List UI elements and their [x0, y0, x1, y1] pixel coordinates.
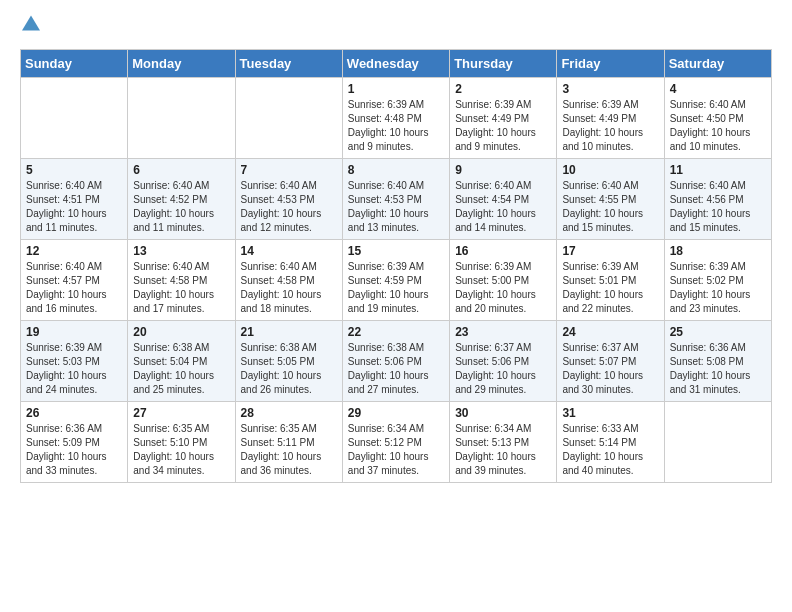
- cell-info: Sunrise: 6:39 AM Sunset: 4:48 PM Dayligh…: [348, 98, 444, 154]
- cell-info: Sunrise: 6:33 AM Sunset: 5:14 PM Dayligh…: [562, 422, 658, 478]
- cell-info: Sunrise: 6:40 AM Sunset: 4:57 PM Dayligh…: [26, 260, 122, 316]
- weekday-header-friday: Friday: [557, 50, 664, 78]
- calendar-cell: 30Sunrise: 6:34 AM Sunset: 5:13 PM Dayli…: [450, 402, 557, 483]
- cell-info: Sunrise: 6:40 AM Sunset: 4:51 PM Dayligh…: [26, 179, 122, 235]
- day-number: 7: [241, 163, 337, 177]
- calendar-cell: 11Sunrise: 6:40 AM Sunset: 4:56 PM Dayli…: [664, 159, 771, 240]
- day-number: 14: [241, 244, 337, 258]
- calendar-cell: 7Sunrise: 6:40 AM Sunset: 4:53 PM Daylig…: [235, 159, 342, 240]
- day-number: 18: [670, 244, 766, 258]
- cell-info: Sunrise: 6:40 AM Sunset: 4:58 PM Dayligh…: [133, 260, 229, 316]
- calendar-cell: 21Sunrise: 6:38 AM Sunset: 5:05 PM Dayli…: [235, 321, 342, 402]
- calendar-cell: 1Sunrise: 6:39 AM Sunset: 4:48 PM Daylig…: [342, 78, 449, 159]
- day-number: 11: [670, 163, 766, 177]
- logo: [20, 15, 40, 39]
- day-number: 27: [133, 406, 229, 420]
- calendar-cell: 2Sunrise: 6:39 AM Sunset: 4:49 PM Daylig…: [450, 78, 557, 159]
- day-number: 19: [26, 325, 122, 339]
- calendar-cell: 27Sunrise: 6:35 AM Sunset: 5:10 PM Dayli…: [128, 402, 235, 483]
- day-number: 9: [455, 163, 551, 177]
- calendar-cell: 9Sunrise: 6:40 AM Sunset: 4:54 PM Daylig…: [450, 159, 557, 240]
- calendar-cell: 18Sunrise: 6:39 AM Sunset: 5:02 PM Dayli…: [664, 240, 771, 321]
- cell-info: Sunrise: 6:36 AM Sunset: 5:09 PM Dayligh…: [26, 422, 122, 478]
- page-container: SundayMondayTuesdayWednesdayThursdayFrid…: [0, 0, 792, 493]
- calendar-table: SundayMondayTuesdayWednesdayThursdayFrid…: [20, 49, 772, 483]
- calendar-cell: 16Sunrise: 6:39 AM Sunset: 5:00 PM Dayli…: [450, 240, 557, 321]
- weekday-header-wednesday: Wednesday: [342, 50, 449, 78]
- cell-info: Sunrise: 6:38 AM Sunset: 5:05 PM Dayligh…: [241, 341, 337, 397]
- calendar-cell: 20Sunrise: 6:38 AM Sunset: 5:04 PM Dayli…: [128, 321, 235, 402]
- weekday-header-row: SundayMondayTuesdayWednesdayThursdayFrid…: [21, 50, 772, 78]
- cell-info: Sunrise: 6:39 AM Sunset: 4:59 PM Dayligh…: [348, 260, 444, 316]
- day-number: 1: [348, 82, 444, 96]
- day-number: 15: [348, 244, 444, 258]
- calendar-cell: 31Sunrise: 6:33 AM Sunset: 5:14 PM Dayli…: [557, 402, 664, 483]
- cell-info: Sunrise: 6:39 AM Sunset: 5:03 PM Dayligh…: [26, 341, 122, 397]
- calendar-cell: 3Sunrise: 6:39 AM Sunset: 4:49 PM Daylig…: [557, 78, 664, 159]
- cell-info: Sunrise: 6:37 AM Sunset: 5:06 PM Dayligh…: [455, 341, 551, 397]
- weekday-header-saturday: Saturday: [664, 50, 771, 78]
- day-number: 21: [241, 325, 337, 339]
- calendar-cell: 15Sunrise: 6:39 AM Sunset: 4:59 PM Dayli…: [342, 240, 449, 321]
- cell-info: Sunrise: 6:36 AM Sunset: 5:08 PM Dayligh…: [670, 341, 766, 397]
- calendar-cell: 17Sunrise: 6:39 AM Sunset: 5:01 PM Dayli…: [557, 240, 664, 321]
- day-number: 20: [133, 325, 229, 339]
- day-number: 26: [26, 406, 122, 420]
- day-number: 25: [670, 325, 766, 339]
- day-number: 30: [455, 406, 551, 420]
- cell-info: Sunrise: 6:35 AM Sunset: 5:10 PM Dayligh…: [133, 422, 229, 478]
- week-row-2: 5Sunrise: 6:40 AM Sunset: 4:51 PM Daylig…: [21, 159, 772, 240]
- calendar-cell: 28Sunrise: 6:35 AM Sunset: 5:11 PM Dayli…: [235, 402, 342, 483]
- cell-info: Sunrise: 6:40 AM Sunset: 4:52 PM Dayligh…: [133, 179, 229, 235]
- logo-icon: [22, 14, 40, 32]
- day-number: 4: [670, 82, 766, 96]
- cell-info: Sunrise: 6:34 AM Sunset: 5:12 PM Dayligh…: [348, 422, 444, 478]
- calendar-cell: 25Sunrise: 6:36 AM Sunset: 5:08 PM Dayli…: [664, 321, 771, 402]
- cell-info: Sunrise: 6:39 AM Sunset: 5:00 PM Dayligh…: [455, 260, 551, 316]
- day-number: 5: [26, 163, 122, 177]
- day-number: 16: [455, 244, 551, 258]
- week-row-3: 12Sunrise: 6:40 AM Sunset: 4:57 PM Dayli…: [21, 240, 772, 321]
- calendar-cell: [128, 78, 235, 159]
- cell-info: Sunrise: 6:40 AM Sunset: 4:50 PM Dayligh…: [670, 98, 766, 154]
- week-row-4: 19Sunrise: 6:39 AM Sunset: 5:03 PM Dayli…: [21, 321, 772, 402]
- calendar-cell: 24Sunrise: 6:37 AM Sunset: 5:07 PM Dayli…: [557, 321, 664, 402]
- calendar-cell: [664, 402, 771, 483]
- cell-info: Sunrise: 6:40 AM Sunset: 4:53 PM Dayligh…: [348, 179, 444, 235]
- day-number: 3: [562, 82, 658, 96]
- weekday-header-tuesday: Tuesday: [235, 50, 342, 78]
- weekday-header-sunday: Sunday: [21, 50, 128, 78]
- cell-info: Sunrise: 6:39 AM Sunset: 5:01 PM Dayligh…: [562, 260, 658, 316]
- weekday-header-thursday: Thursday: [450, 50, 557, 78]
- week-row-1: 1Sunrise: 6:39 AM Sunset: 4:48 PM Daylig…: [21, 78, 772, 159]
- cell-info: Sunrise: 6:40 AM Sunset: 4:56 PM Dayligh…: [670, 179, 766, 235]
- day-number: 29: [348, 406, 444, 420]
- day-number: 13: [133, 244, 229, 258]
- calendar-cell: 5Sunrise: 6:40 AM Sunset: 4:51 PM Daylig…: [21, 159, 128, 240]
- calendar-cell: 19Sunrise: 6:39 AM Sunset: 5:03 PM Dayli…: [21, 321, 128, 402]
- cell-info: Sunrise: 6:39 AM Sunset: 4:49 PM Dayligh…: [562, 98, 658, 154]
- calendar-cell: 4Sunrise: 6:40 AM Sunset: 4:50 PM Daylig…: [664, 78, 771, 159]
- cell-info: Sunrise: 6:40 AM Sunset: 4:58 PM Dayligh…: [241, 260, 337, 316]
- day-number: 31: [562, 406, 658, 420]
- day-number: 28: [241, 406, 337, 420]
- day-number: 24: [562, 325, 658, 339]
- calendar-cell: 29Sunrise: 6:34 AM Sunset: 5:12 PM Dayli…: [342, 402, 449, 483]
- day-number: 22: [348, 325, 444, 339]
- svg-marker-0: [22, 16, 40, 31]
- day-number: 17: [562, 244, 658, 258]
- calendar-cell: [21, 78, 128, 159]
- cell-info: Sunrise: 6:40 AM Sunset: 4:53 PM Dayligh…: [241, 179, 337, 235]
- day-number: 8: [348, 163, 444, 177]
- day-number: 23: [455, 325, 551, 339]
- cell-info: Sunrise: 6:38 AM Sunset: 5:06 PM Dayligh…: [348, 341, 444, 397]
- calendar-cell: 6Sunrise: 6:40 AM Sunset: 4:52 PM Daylig…: [128, 159, 235, 240]
- day-number: 2: [455, 82, 551, 96]
- cell-info: Sunrise: 6:39 AM Sunset: 5:02 PM Dayligh…: [670, 260, 766, 316]
- calendar-cell: 10Sunrise: 6:40 AM Sunset: 4:55 PM Dayli…: [557, 159, 664, 240]
- calendar-cell: 23Sunrise: 6:37 AM Sunset: 5:06 PM Dayli…: [450, 321, 557, 402]
- cell-info: Sunrise: 6:38 AM Sunset: 5:04 PM Dayligh…: [133, 341, 229, 397]
- calendar-cell: 13Sunrise: 6:40 AM Sunset: 4:58 PM Dayli…: [128, 240, 235, 321]
- calendar-cell: 26Sunrise: 6:36 AM Sunset: 5:09 PM Dayli…: [21, 402, 128, 483]
- calendar-cell: 12Sunrise: 6:40 AM Sunset: 4:57 PM Dayli…: [21, 240, 128, 321]
